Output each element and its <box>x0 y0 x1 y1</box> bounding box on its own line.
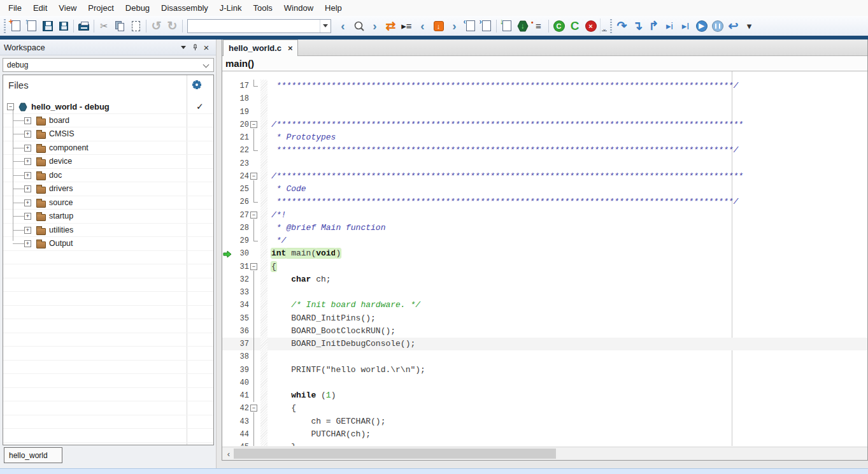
tree-item-output[interactable]: +Output <box>3 237 213 251</box>
code-line-20[interactable]: 20−/************************************… <box>222 118 867 131</box>
fold-toggle-icon[interactable]: − <box>249 209 259 222</box>
code-line-40[interactable]: 40 <box>222 377 867 389</box>
debug-dropdown-icon[interactable]: ▾ <box>741 18 757 34</box>
tree-item-device[interactable]: +device <box>3 155 213 169</box>
save-icon[interactable] <box>39 18 55 34</box>
tree-item-component[interactable]: +component <box>3 141 213 155</box>
previous-file-icon[interactable]: ‹ <box>462 18 478 34</box>
code-text[interactable] <box>267 157 271 170</box>
code-text[interactable] <box>267 92 271 105</box>
gear-icon[interactable] <box>192 80 202 92</box>
code-line-25[interactable]: 25 * Code <box>222 183 867 196</box>
open-file-icon[interactable]: ↑ <box>24 18 39 34</box>
code-text[interactable]: /* Init board hardware. */ <box>267 299 420 312</box>
code-text[interactable]: { <box>267 261 276 273</box>
scrollbar-thumb[interactable] <box>234 449 556 459</box>
code-text[interactable] <box>267 106 271 118</box>
find-previous-icon[interactable]: ‹ <box>335 18 351 34</box>
previous-bookmark-icon[interactable]: ‹ <box>415 18 430 34</box>
search-combo[interactable] <box>187 19 331 33</box>
breakpoint-gutter[interactable] <box>222 209 232 222</box>
code-line-19[interactable]: 19 <box>222 106 867 118</box>
tree-item-drivers[interactable]: +drivers <box>3 182 213 196</box>
breakpoint-gutter[interactable] <box>222 144 232 157</box>
code-line-30[interactable]: 30int main(void) <box>222 247 867 260</box>
redo-icon[interactable]: ↻ <box>164 18 180 34</box>
breakpoint-gutter[interactable] <box>222 273 232 286</box>
code-line-17[interactable]: 17 *************************************… <box>222 80 867 92</box>
breakpoint-gutter[interactable] <box>222 92 232 105</box>
breakpoint-gutter[interactable] <box>222 234 232 247</box>
code-text[interactable]: { <box>267 402 296 415</box>
code-text[interactable]: int main(void) <box>267 247 341 260</box>
code-text[interactable]: ****************************************… <box>267 196 738 208</box>
breakpoint-gutter[interactable] <box>222 157 232 170</box>
code-text[interactable]: * @brief Main function <box>267 222 385 234</box>
breakpoint-gutter[interactable] <box>222 364 232 377</box>
code-area[interactable]: 17 *************************************… <box>222 71 867 446</box>
code-text[interactable] <box>267 286 271 299</box>
fold-toggle-icon[interactable]: − <box>249 118 259 131</box>
code-text[interactable]: BOARD_BootClockRUN(); <box>267 325 395 338</box>
breakpoint-gutter[interactable] <box>222 389 232 402</box>
breakpoint-gutter[interactable] <box>222 131 232 144</box>
toggle-bookmark-icon[interactable]: ▸≡ <box>399 18 415 34</box>
code-line-43[interactable]: 43 ch = GETCHAR(); <box>222 415 867 428</box>
view-list-icon[interactable]: ≡• <box>530 18 546 34</box>
code-line-29[interactable]: 29 */ <box>222 234 867 247</box>
breakpoint-gutter[interactable] <box>222 170 232 183</box>
code-line-41[interactable]: 41 while (1) <box>222 389 867 402</box>
expand-icon[interactable]: + <box>24 158 31 165</box>
code-line-37[interactable]: 37 BOARD_InitDebugConsole(); <box>222 338 867 350</box>
breakpoint-gutter[interactable] <box>222 415 232 428</box>
go-icon[interactable]: ▶ <box>694 18 709 34</box>
collapse-icon[interactable]: − <box>7 103 14 110</box>
code-line-39[interactable]: 39 PRINTF("hello world.\r\n"); <box>222 364 867 377</box>
next-bookmark-icon[interactable]: › <box>446 18 462 34</box>
next-file-icon[interactable]: › <box>478 18 494 34</box>
expand-icon[interactable]: + <box>24 117 31 124</box>
breakpoint-gutter[interactable] <box>222 338 232 350</box>
code-line-21[interactable]: 21 * Prototypes <box>222 131 867 144</box>
next-statement-icon[interactable]: ▸i <box>662 18 678 34</box>
tab-hello-world-c[interactable]: hello_world.c × <box>223 40 298 56</box>
navigate-arrows-icon[interactable]: ⇄ <box>383 18 399 34</box>
tab-close-icon[interactable]: × <box>288 43 293 53</box>
new-file-icon[interactable]: + <box>8 18 24 34</box>
toggle-breakpoint-icon[interactable]: ↓ <box>430 18 446 34</box>
code-line-26[interactable]: 26 *************************************… <box>222 196 867 208</box>
toolbar-overflow-icon[interactable]: ⌄ <box>600 18 608 34</box>
code-line-36[interactable]: 36 BOARD_BootClockRUN(); <box>222 325 867 338</box>
step-out-icon[interactable]: ↱ <box>646 18 662 34</box>
code-text[interactable]: PRINTF("hello world.\r\n"); <box>267 364 425 377</box>
combo-dropdown-icon[interactable] <box>320 20 331 32</box>
code-line-27[interactable]: 27−/*! <box>222 209 867 222</box>
menu-item-view[interactable]: View <box>53 0 82 16</box>
code-text[interactable]: /*! <box>267 209 286 222</box>
copy-icon[interactable] <box>112 18 128 34</box>
code-line-35[interactable]: 35 BOARD_InitPins(); <box>222 312 867 325</box>
code-text[interactable]: ****************************************… <box>267 80 738 92</box>
menu-item-help[interactable]: Help <box>319 0 348 16</box>
code-text[interactable]: BOARD_InitPins(); <box>267 312 376 325</box>
code-line-42[interactable]: 42− { <box>222 402 867 415</box>
code-text[interactable]: ****************************************… <box>267 144 738 157</box>
breakpoint-gutter[interactable] <box>222 428 232 441</box>
code-line-45[interactable]: 45 } <box>222 441 867 446</box>
code-text[interactable]: * Prototypes <box>267 131 336 144</box>
code-text[interactable]: */ <box>267 234 286 247</box>
horizontal-scrollbar[interactable]: ‹ <box>222 447 867 460</box>
tree-item-utilities[interactable]: +utilities <box>3 224 213 238</box>
menu-item-window[interactable]: Window <box>278 0 319 16</box>
tree-item-root[interactable]: −hello_world - debug✓ <box>3 100 213 114</box>
code-line-33[interactable]: 33 <box>222 286 867 299</box>
expand-icon[interactable]: + <box>24 145 31 152</box>
menu-item-edit[interactable]: Edit <box>27 0 53 16</box>
save-all-icon[interactable] <box>55 18 71 34</box>
expand-icon[interactable]: + <box>24 199 31 206</box>
expand-icon[interactable]: + <box>24 172 31 179</box>
breakpoint-gutter[interactable] <box>222 402 232 415</box>
breakpoint-gutter[interactable] <box>222 441 232 446</box>
code-text[interactable]: char ch; <box>267 273 331 286</box>
tree-item-board[interactable]: +board <box>3 114 213 128</box>
